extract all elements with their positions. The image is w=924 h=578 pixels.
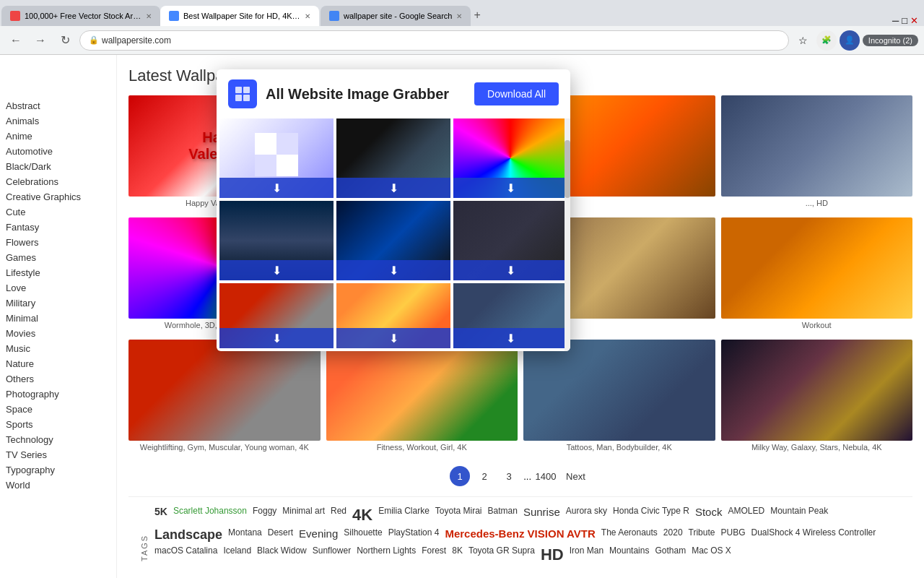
- tab-2-close[interactable]: ✕: [305, 12, 310, 20]
- sidebar-item-tv-series[interactable]: TV Series: [0, 447, 116, 462]
- popup-item-5[interactable]: ⬇: [336, 201, 450, 280]
- sidebar-item-nature[interactable]: Nature: [0, 356, 116, 371]
- tag-forest[interactable]: Forest: [422, 545, 446, 564]
- page-btn-2[interactable]: 2: [474, 466, 494, 486]
- popup-download-btn-6[interactable]: ⬇: [453, 260, 567, 280]
- sidebar-item-abstract[interactable]: Abstract: [0, 98, 116, 113]
- wallpaper-item-9[interactable]: Weightlifting, Gym, Muscular, Young woma…: [128, 340, 321, 456]
- tag-sunrise[interactable]: Sunrise: [523, 506, 560, 525]
- tab-3-close[interactable]: ✕: [456, 12, 462, 20]
- tab-3[interactable]: wallpaper site - Google Search ✕: [321, 6, 471, 26]
- tag-northern-lights[interactable]: Northern Lights: [357, 545, 416, 564]
- tag-playstation[interactable]: PlayStation 4: [388, 527, 440, 543]
- popup-download-btn-2[interactable]: ⬇: [336, 178, 450, 198]
- reload-button[interactable]: ↻: [55, 30, 75, 51]
- popup-download-btn-5[interactable]: ⬇: [336, 260, 450, 280]
- extensions-icon[interactable]: 🧩: [816, 30, 837, 51]
- popup-item-3[interactable]: ⬇: [453, 118, 567, 198]
- tag-sunflower[interactable]: Sunflower: [313, 545, 351, 564]
- tag-desert[interactable]: Desert: [268, 527, 293, 543]
- popup-item-6[interactable]: ⬇: [453, 201, 567, 280]
- popup-item-9[interactable]: ⬇: [453, 283, 567, 348]
- popup-download-btn-3[interactable]: ⬇: [453, 178, 567, 198]
- popup-download-btn-4[interactable]: ⬇: [219, 260, 334, 280]
- tab-1[interactable]: 100,000+ Free Vector Stock Art ... ✕: [1, 6, 160, 26]
- tag-silhouette[interactable]: Silhouette: [344, 527, 382, 543]
- tag-2020[interactable]: 2020: [663, 527, 683, 543]
- sidebar-item-typography[interactable]: Typography: [0, 462, 116, 478]
- tag-mountain-peak[interactable]: Mountain Peak: [770, 506, 828, 525]
- tag-montana[interactable]: Montana: [228, 527, 262, 543]
- tag-tribute[interactable]: Tribute: [689, 527, 715, 543]
- tag-pubg[interactable]: PUBG: [720, 527, 745, 543]
- tag-batman[interactable]: Batman: [488, 506, 518, 525]
- wallpaper-item-10[interactable]: Fitness, Workout, Girl, 4K: [326, 340, 518, 456]
- popup-download-btn-9[interactable]: ⬇: [453, 328, 567, 348]
- tag-8k[interactable]: 8K: [452, 545, 463, 564]
- tag-mountains[interactable]: Mountains: [609, 545, 649, 564]
- sidebar-item-games[interactable]: Games: [0, 250, 116, 265]
- tag-evening[interactable]: Evening: [299, 527, 338, 543]
- tag-scarlett[interactable]: Scarlett Johansson: [173, 506, 247, 525]
- wallpaper-item-4[interactable]: ..., HD: [721, 95, 913, 212]
- page-next-button[interactable]: Next: [560, 468, 591, 485]
- tag-foggy[interactable]: Foggy: [253, 506, 276, 525]
- tag-emilia[interactable]: Emilia Clarke: [378, 506, 430, 525]
- tab-1-close[interactable]: ✕: [146, 12, 152, 20]
- sidebar-item-sports[interactable]: Sports: [0, 417, 116, 432]
- bookmark-icon[interactable]: ☆: [793, 30, 814, 51]
- maximize-button[interactable]: □: [902, 15, 907, 26]
- page-btn-3[interactable]: 3: [499, 466, 519, 486]
- sidebar-item-military[interactable]: Military: [0, 296, 116, 311]
- address-bar[interactable]: 🔒 wallpapersite.com: [79, 30, 789, 51]
- page-btn-1400[interactable]: 1400: [536, 466, 556, 486]
- sidebar-item-music[interactable]: Music: [0, 341, 116, 356]
- back-button[interactable]: ←: [6, 30, 26, 51]
- sidebar-item-celebrations[interactable]: Celebrations: [0, 174, 116, 189]
- tag-aeronauts[interactable]: The Aeronauts: [601, 527, 658, 543]
- tag-gotham[interactable]: Gotham: [655, 545, 686, 564]
- sidebar-item-fantasy[interactable]: Fantasy: [0, 220, 116, 235]
- tag-mercedes[interactable]: Mercedes-Benz VISION AVTR: [445, 527, 595, 543]
- sidebar-item-photography[interactable]: Photography: [0, 387, 116, 402]
- tag-toyota-mirai[interactable]: Toyota Mirai: [435, 506, 482, 525]
- sidebar-item-space[interactable]: Space: [0, 402, 116, 417]
- sidebar-item-others[interactable]: Others: [0, 371, 116, 387]
- sidebar-item-animals[interactable]: Animals: [0, 113, 116, 129]
- sidebar-item-minimal[interactable]: Minimal: [0, 311, 116, 326]
- tag-toyota-supra[interactable]: Toyota GR Supra: [468, 545, 535, 564]
- popup-item-8[interactable]: ⬇: [336, 283, 450, 348]
- download-all-button[interactable]: Download All: [474, 82, 559, 105]
- tag-aurora[interactable]: Aurora sky: [566, 506, 607, 525]
- popup-download-btn-1[interactable]: ⬇: [219, 178, 334, 198]
- sidebar-item-lifestyle[interactable]: Lifestyle: [0, 265, 116, 280]
- popup-item-4[interactable]: ⬇: [219, 201, 334, 280]
- sidebar-item-automotive[interactable]: Automotive: [0, 144, 116, 159]
- wallpaper-item-12[interactable]: Milky Way, Galaxy, Stars, Nebula, 4K: [721, 340, 913, 456]
- sidebar-item-blackdark[interactable]: Black/Dark: [0, 159, 116, 174]
- sidebar-item-creative-graphics[interactable]: Creative Graphics: [0, 189, 116, 204]
- sidebar-item-flowers[interactable]: Flowers: [0, 235, 116, 250]
- tag-black-widow[interactable]: Black Widow: [257, 545, 307, 564]
- tab-2[interactable]: Best Wallpaper Site for HD, 4K W... ✕: [160, 6, 319, 26]
- tag-red[interactable]: Red: [331, 506, 346, 525]
- wallpaper-item-8[interactable]: Workout: [721, 217, 913, 334]
- tag-minimal-art[interactable]: Minimal art: [282, 506, 325, 525]
- tag-dualshock[interactable]: DualShock 4 Wireless Controller: [751, 527, 876, 543]
- sidebar-item-anime[interactable]: Anime: [0, 129, 116, 144]
- profile-icon[interactable]: 👤: [840, 30, 860, 51]
- tag-stock[interactable]: Stock: [695, 506, 723, 525]
- tag-landscape[interactable]: Landscape: [154, 527, 222, 543]
- sidebar-item-cute[interactable]: Cute: [0, 204, 116, 220]
- sidebar-item-love[interactable]: Love: [0, 280, 116, 296]
- popup-item-1[interactable]: ⬇: [219, 118, 334, 198]
- forward-button[interactable]: →: [30, 30, 51, 51]
- popup-scrollbar[interactable]: [565, 118, 570, 351]
- tag-mac-os-x[interactable]: Mac OS X: [692, 545, 731, 564]
- tag-macos[interactable]: macOS Catalina: [154, 545, 217, 564]
- close-button[interactable]: ✕: [910, 15, 918, 26]
- sidebar-item-technology[interactable]: Technology: [0, 432, 116, 447]
- tag-amoled[interactable]: AMOLED: [728, 506, 764, 525]
- tag-4k[interactable]: 4K: [352, 506, 372, 525]
- new-tab-button[interactable]: +: [474, 9, 480, 22]
